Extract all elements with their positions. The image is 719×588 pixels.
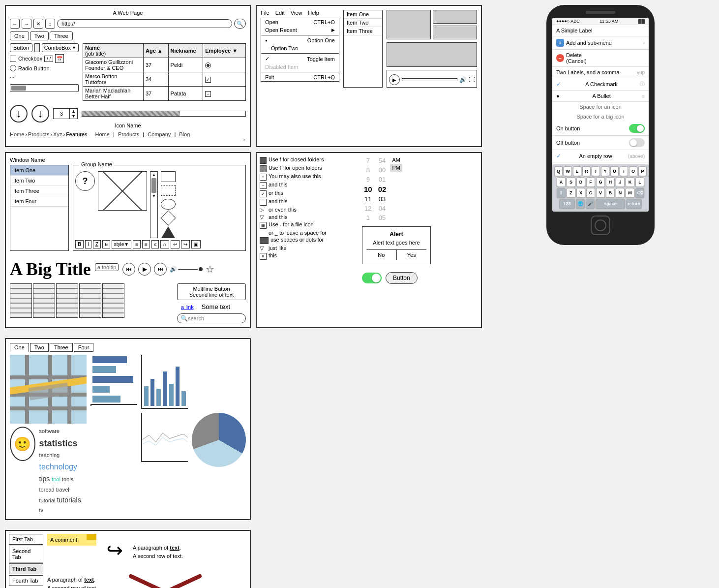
key-p[interactable]: P xyxy=(638,166,647,176)
key-i[interactable]: I xyxy=(620,166,628,176)
side-tab-second[interactable]: Second Tab xyxy=(9,546,43,562)
key-space[interactable]: space xyxy=(596,199,625,209)
breadcrumb2-products[interactable]: Products xyxy=(118,131,139,137)
key-k[interactable]: K xyxy=(626,177,634,187)
key-b[interactable]: B xyxy=(606,188,615,198)
context-item-two[interactable]: Item Two xyxy=(344,19,382,27)
toggle-off[interactable] xyxy=(629,138,645,147)
ios-toggle-on[interactable] xyxy=(362,273,382,283)
key-l[interactable]: L xyxy=(635,177,644,187)
toggle-on[interactable] xyxy=(629,124,645,133)
breadcrumb2-company[interactable]: Company xyxy=(148,131,171,137)
tab-one[interactable]: One xyxy=(10,31,29,40)
radio-button[interactable] xyxy=(10,65,16,71)
checkbox-minus[interactable]: − xyxy=(205,91,211,97)
menu-open[interactable]: OpenCTRL+O xyxy=(261,18,339,26)
search-button[interactable]: 🔍 xyxy=(234,19,246,29)
close-button[interactable]: ✕ xyxy=(33,19,43,29)
key-mic[interactable]: 🎤 xyxy=(586,199,595,209)
col-name[interactable]: Name(job title) xyxy=(83,44,144,58)
key-shift[interactable]: ⇧ xyxy=(557,188,566,198)
url-bar[interactable] xyxy=(57,19,232,28)
calendar-icon[interactable]: 📅 xyxy=(55,54,64,63)
key-c[interactable]: C xyxy=(586,188,595,198)
ampm-am[interactable]: AM xyxy=(390,156,402,164)
italic-button[interactable]: I xyxy=(85,240,91,248)
down-arrow-icon-1[interactable]: ↓ xyxy=(10,105,28,123)
scroll-up-arrow[interactable]: ▲ xyxy=(152,173,156,177)
key-v[interactable]: V xyxy=(596,188,605,198)
scroll-down-arrow[interactable]: ▼ xyxy=(152,194,156,198)
down-arrow-icon-2[interactable]: ↓ xyxy=(31,105,49,123)
key-e[interactable]: E xyxy=(573,166,581,176)
play-button[interactable]: ▶ xyxy=(389,74,400,85)
key-123[interactable]: 123 xyxy=(559,199,575,209)
menu-exit[interactable]: ExitCTRL+Q xyxy=(261,73,339,81)
style-dropdown[interactable]: style▼ xyxy=(112,240,131,248)
menu-help[interactable]: Help xyxy=(308,10,319,16)
checkbox-checked[interactable]: ✓ xyxy=(205,77,211,83)
side-tab-first[interactable]: First Tab xyxy=(9,534,43,545)
key-m[interactable]: M xyxy=(626,188,634,198)
tab-strip-three[interactable]: Three xyxy=(50,343,73,352)
menu-edit[interactable]: Edit xyxy=(275,10,285,16)
star-icon[interactable]: ☆ xyxy=(206,263,214,275)
key-u[interactable]: U xyxy=(610,166,619,176)
tab-strip-one[interactable]: One xyxy=(10,343,29,352)
key-x[interactable]: X xyxy=(576,188,585,198)
list-ul-button[interactable]: ≡ xyxy=(133,240,141,248)
search-input[interactable] xyxy=(188,315,237,321)
context-item-three[interactable]: Item Three xyxy=(344,27,382,35)
ampm-pm[interactable]: PM xyxy=(390,164,402,172)
key-h[interactable]: H xyxy=(606,177,615,187)
underline-button[interactable]: Z xyxy=(93,240,101,248)
play-mc-button[interactable]: ▶ xyxy=(138,263,151,276)
key-q[interactable]: Q xyxy=(554,166,563,176)
key-n[interactable]: N xyxy=(616,188,625,198)
phone-item-delete[interactable]: − Delete(Cancel) xyxy=(552,50,649,67)
spinner-input[interactable]: 3 ▲▼ xyxy=(53,108,78,119)
key-d[interactable]: D xyxy=(576,177,585,187)
button-control[interactable]: Button xyxy=(10,43,32,52)
tab-strip-two[interactable]: Two xyxy=(30,343,49,352)
alert-no-button[interactable]: No xyxy=(366,250,397,260)
list-item-four[interactable]: Item Four xyxy=(10,196,68,207)
breadcrumb2-home[interactable]: Home xyxy=(95,131,110,137)
breadcrumb-xyz[interactable]: Xyz xyxy=(53,131,62,137)
undo-button[interactable]: ↩ xyxy=(171,240,180,248)
text-field[interactable]: / / xyxy=(44,56,53,62)
side-tab-fourth[interactable]: Fourth Tab xyxy=(9,575,43,586)
tab-two[interactable]: Two xyxy=(30,31,49,40)
breadcrumb-home[interactable]: Home xyxy=(10,131,24,137)
key-a[interactable]: A xyxy=(557,177,566,187)
key-globe[interactable]: 🌐 xyxy=(576,199,585,209)
key-s[interactable]: S xyxy=(567,177,575,187)
key-f[interactable]: F xyxy=(586,177,595,187)
multiline-button[interactable]: Multiline Button Second line of text xyxy=(177,283,246,300)
phone-item-add-submenu[interactable]: + Add and sub-menu › xyxy=(552,36,649,50)
rewind-button[interactable]: ⏮ xyxy=(122,263,135,276)
list-ol-button[interactable]: ≡ xyxy=(142,240,150,248)
home-button[interactable] xyxy=(591,216,610,235)
list-item-two[interactable]: Item Two xyxy=(10,176,68,186)
vol-knob[interactable] xyxy=(199,267,203,271)
menu-option-one[interactable]: Option One xyxy=(261,36,339,44)
menu-toggle[interactable]: Toggle Item xyxy=(261,55,339,63)
col-age[interactable]: Age ▲ xyxy=(143,44,168,58)
alert-yes-button[interactable]: Yes xyxy=(397,250,427,260)
breadcrumb2-blog[interactable]: Blog xyxy=(179,131,190,137)
context-item-one[interactable]: Item One xyxy=(344,10,382,19)
phone-item-checkmark[interactable]: ✓ A Checkmark ⓘ xyxy=(552,78,649,91)
strikethrough-button[interactable]: u xyxy=(102,240,110,248)
key-y[interactable]: Y xyxy=(601,166,609,176)
key-o[interactable]: O xyxy=(629,166,637,176)
menu-file[interactable]: File xyxy=(261,10,270,16)
list-item-one[interactable]: Item One xyxy=(10,165,68,176)
key-z[interactable]: Z xyxy=(567,188,575,198)
redo-button[interactable]: ↪ xyxy=(181,240,190,248)
side-tab-third[interactable]: Third Tab xyxy=(9,563,43,574)
menu-option-two[interactable]: Option Two xyxy=(261,44,339,52)
key-return[interactable]: return xyxy=(626,199,642,209)
forward-button[interactable]: → xyxy=(22,19,31,29)
home-button[interactable]: ⌂ xyxy=(45,19,55,29)
